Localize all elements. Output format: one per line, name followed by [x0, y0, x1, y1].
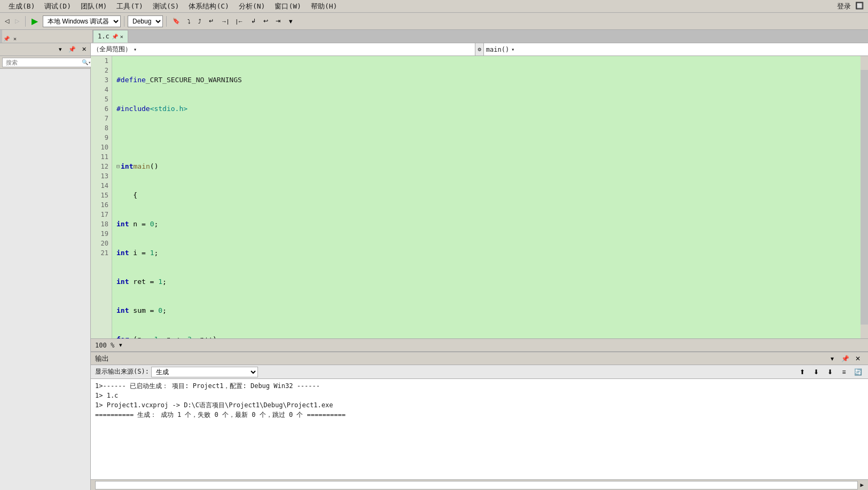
menu-window[interactable]: 窗口(W) [270, 1, 305, 12]
output-panel: 输出 ▾ 📌 ✕ 显示输出来源(S): 生成 ⬆ ⬇ ⬇ ≡ 🔄 [91, 351, 868, 490]
menu-debug[interactable]: 调试(D) [40, 1, 75, 12]
func-dropdown[interactable]: main() ▾ [484, 43, 868, 56]
editor-with-scroll: 1 2 3 4 5 6 7 8 9 10 11 12 13 14 15 16 1 [91, 56, 868, 338]
code-line-9: int sum = 0; [116, 306, 856, 315]
output-line-3: 1> Project1.vcxproj -> D:\C语言项目\Project1… [95, 400, 864, 410]
ln-4: 4 [94, 85, 108, 94]
menu-resize: 🔲 [855, 2, 864, 11]
toolbar-btn-9[interactable]: ▼ [285, 17, 296, 26]
output-source-label: 显示输出来源(S): [95, 367, 149, 376]
output-action-5[interactable]: 🔄 [852, 367, 864, 377]
back-button[interactable]: ◁ [2, 16, 12, 26]
toolbar-btn-7[interactable]: ↩ [261, 16, 271, 26]
toolbar-btn-8[interactable]: ⇥ [273, 16, 283, 26]
ln-19: 19 [94, 229, 108, 239]
runner-dropdown[interactable]: 本地 Windows 调试器 [43, 15, 121, 27]
separator-1 [25, 16, 26, 27]
code-editor[interactable]: 1 2 3 4 5 6 7 8 9 10 11 12 13 14 15 16 1 [91, 56, 861, 338]
func-icon-area: ⚙ [475, 43, 484, 56]
tab-1c[interactable]: 1.c 📌 ✕ [93, 30, 128, 43]
menu-team[interactable]: 团队(M) [76, 1, 111, 12]
forward-button[interactable]: ▷ [12, 16, 22, 26]
scrollbar-track[interactable] [861, 56, 868, 338]
code-line-5: { [116, 191, 856, 200]
scope-arrow-icon: ▾ [134, 46, 137, 52]
menu-build[interactable]: 生成(B) [4, 1, 39, 12]
menu-arch[interactable]: 体系结构(C) [184, 1, 233, 12]
ln-17: 17 [94, 210, 108, 219]
menu-right: 登录 🔲 [837, 2, 864, 11]
toolbar-btn-6[interactable]: ↲ [248, 16, 259, 26]
panel-close-btn[interactable]: ✕ [11, 34, 19, 43]
ln-15: 15 [94, 191, 108, 200]
ln-5: 5 [94, 94, 108, 104]
output-filter-input[interactable] [95, 481, 858, 489]
tab-filename: 1.c [98, 33, 110, 40]
menu-analyze[interactable]: 分析(N) [234, 1, 269, 12]
output-close-btn[interactable]: ✕ [852, 353, 864, 364]
left-panel-close-btn[interactable]: ✕ [79, 44, 89, 55]
code-content[interactable]: #define _CRT_SECURE_NO_WARNINGS #include… [112, 56, 861, 338]
panel-pin-btn[interactable]: 📌 [2, 34, 11, 43]
code-line-3 [116, 133, 856, 143]
main-area: ▾ 📌 ✕ 🔍 ▾ （全局范围） ▾ ⚙ main() ▾ [0, 43, 868, 490]
menu-bar: 生成(B) 调试(D) 团队(M) 工具(T) 测试(S) 体系结构(C) 分析… [0, 0, 868, 13]
zoom-level: 100 % [95, 342, 114, 349]
output-toolbar-buttons: ▾ 📌 ✕ [826, 353, 864, 364]
scope-dropdown[interactable]: （全局范围） ▾ [91, 43, 475, 56]
output-source-row: 显示输出来源(S): 生成 ⬆ ⬇ ⬇ ≡ 🔄 [91, 365, 868, 379]
menu-help[interactable]: 帮助(H) [307, 1, 341, 12]
output-source-dropdown[interactable]: 生成 [151, 367, 258, 377]
right-scrollbar[interactable] [861, 56, 868, 338]
zoom-bar: 100 % ▾ [91, 338, 868, 351]
toolbar-btn-2[interactable]: ⤴ [196, 17, 204, 26]
ln-12: 12 [94, 162, 108, 171]
output-line-4: ========== 生成： 成功 1 个，失败 0 个，最新 0 个，跳过 0… [95, 410, 864, 420]
scope-label: （全局范围） [93, 45, 131, 54]
left-search-area: 🔍 ▾ [0, 56, 90, 69]
left-panel-pin-btn[interactable]: 📌 [67, 44, 77, 55]
ln-8: 8 [94, 123, 108, 133]
menu-tools[interactable]: 工具(T) [112, 1, 147, 12]
left-content [0, 69, 90, 490]
output-action-1[interactable]: ⬆ [796, 367, 808, 377]
code-line-6: int n = 0; [116, 219, 856, 229]
left-panel-options-btn[interactable]: ▾ [55, 44, 66, 55]
bookmark-btn[interactable]: 🔖 [170, 16, 183, 26]
output-action-2[interactable]: ⬇ [810, 367, 822, 377]
tab-pin-icon: 📌 [112, 34, 118, 39]
toolbar-btn-4[interactable]: →| [218, 17, 231, 26]
login-button[interactable]: 登录 [837, 2, 851, 11]
ln-20: 20 [94, 239, 108, 248]
zoom-dropdown-btn[interactable]: ▾ [116, 340, 125, 350]
output-action-4[interactable]: ≡ [838, 367, 850, 377]
code-line-10: for (n = 1; n <= 3; n++) [116, 335, 856, 338]
output-action-3[interactable]: ⬇ [824, 367, 836, 377]
ln-7: 7 [94, 114, 108, 123]
output-pin-btn[interactable]: 📌 [839, 353, 851, 364]
output-options-btn[interactable]: ▾ [826, 353, 838, 364]
ln-1: 1 [94, 56, 108, 66]
menu-test[interactable]: 测试(S) [148, 1, 183, 12]
code-line-2: #include <stdio.h> [116, 104, 856, 114]
code-line-8: int ret = 1; [116, 277, 856, 287]
editor-container: （全局范围） ▾ ⚙ main() ▾ 1 2 3 4 5 6 [91, 43, 868, 490]
toolbar-btn-5[interactable]: |← [233, 17, 246, 26]
editor-header: （全局范围） ▾ ⚙ main() ▾ [91, 43, 868, 56]
left-panel-toolbar: ▾ 📌 ✕ [0, 43, 90, 56]
func-label: main() [486, 46, 509, 53]
output-header: 输出 ▾ 📌 ✕ [91, 352, 868, 365]
config-dropdown[interactable]: Debug [128, 15, 163, 27]
search-input[interactable] [4, 59, 82, 66]
output-scroll-right[interactable]: ▶ [860, 481, 864, 488]
tab-close-button[interactable]: ✕ [120, 34, 123, 39]
separator-2 [124, 16, 124, 27]
toolbar: ◁ ▷ ▶ 本地 Windows 调试器 Debug 🔖 ⤵ ⤴ ↵ →| |←… [0, 13, 868, 30]
toolbar-btn-1[interactable]: ⤵ [185, 17, 193, 26]
output-line-1: 1>------ 已启动生成： 项目: Project1，配置: Debug W… [95, 381, 864, 391]
run-button[interactable]: ▶ [29, 14, 41, 28]
nav-arrows: ◁ ▷ [2, 16, 22, 26]
ln-6: 6 [94, 104, 108, 114]
toolbar-btn-3[interactable]: ↵ [206, 16, 216, 26]
output-line-2: 1> 1.c [95, 391, 864, 400]
